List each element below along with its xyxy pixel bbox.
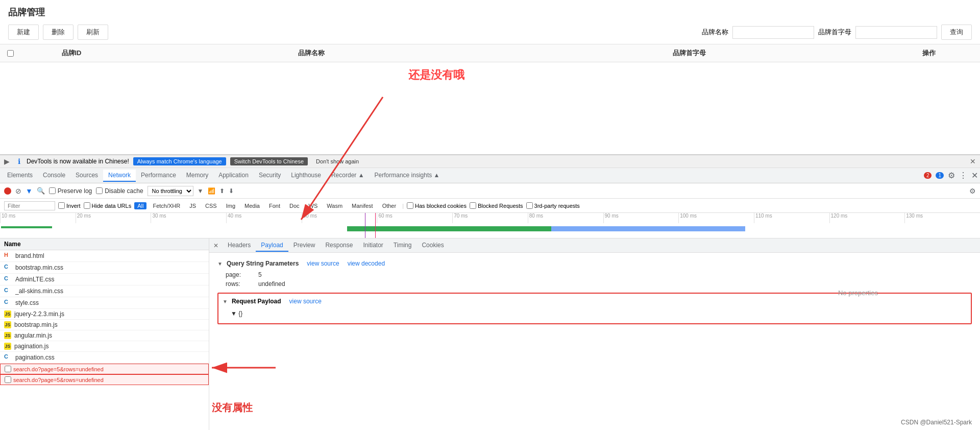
error-item-1-checkbox[interactable] xyxy=(5,366,11,372)
tab-performance[interactable]: Performance xyxy=(136,170,181,182)
filter-icon[interactable]: ▼ xyxy=(26,187,33,195)
purple-vline xyxy=(365,213,365,238)
list-item[interactable]: JS bootstrap.min.js xyxy=(0,320,209,330)
stop-icon[interactable]: ⊘ xyxy=(15,187,21,195)
tick-40ms: 40 ms xyxy=(226,213,302,223)
info-icon: ℹ xyxy=(18,157,20,165)
invert-label: Invert xyxy=(66,203,81,209)
tab-memory[interactable]: Memory xyxy=(181,170,213,182)
filter-bar: Invert Hide data URLs All Fetch/XHR JS C… xyxy=(0,199,980,213)
third-party-label[interactable]: 3rd-party requests xyxy=(526,202,580,209)
detail-tab-headers[interactable]: Headers xyxy=(223,240,256,252)
query-button[interactable]: 查询 xyxy=(941,25,972,40)
file-name-adminlte: AdminLTE.css xyxy=(15,276,54,283)
blocked-req-checkbox[interactable] xyxy=(470,202,476,209)
has-blocked-checkbox[interactable] xyxy=(407,202,413,209)
chip-wasm[interactable]: Wasm xyxy=(324,202,346,209)
list-item[interactable]: C bootstrap.min.css xyxy=(0,262,209,274)
tab-recorder[interactable]: Recorder ▲ xyxy=(326,170,370,182)
chip-css[interactable]: CSS xyxy=(202,202,220,209)
download-icon[interactable]: ⬇ xyxy=(229,187,234,195)
preserve-log-checkbox[interactable] xyxy=(49,187,56,194)
chip-font[interactable]: Font xyxy=(266,202,283,209)
list-item-error-1[interactable]: search.do?page=5&rows=undefined xyxy=(0,364,209,374)
devtools-minimize-icon[interactable]: ▶ xyxy=(4,157,10,165)
query-string-section[interactable]: ▼ Query String Parameters view source vi… xyxy=(217,257,972,270)
payload-view-source-link[interactable]: view source xyxy=(289,298,322,305)
settings-icon[interactable]: ⚙ xyxy=(948,171,955,180)
tab-console[interactable]: Console xyxy=(38,170,70,182)
list-item[interactable]: C AdminLTE.css xyxy=(0,274,209,285)
refresh-button[interactable]: 刷新 xyxy=(78,25,108,40)
tab-application[interactable]: Application xyxy=(213,170,254,182)
tick-120ms: 120 ms xyxy=(829,213,905,223)
chip-media[interactable]: Media xyxy=(241,202,263,209)
list-item[interactable]: JS jquery-2.2.3.min.js xyxy=(0,309,209,320)
invert-checkbox-label[interactable]: Invert xyxy=(58,202,81,209)
search-initial-input[interactable] xyxy=(855,26,937,39)
hide-data-urls-label[interactable]: Hide data URLs xyxy=(84,202,132,209)
detail-tab-close[interactable]: ✕ xyxy=(213,242,218,249)
disable-cache-checkbox[interactable] xyxy=(96,187,103,194)
search-icon[interactable]: 🔍 xyxy=(37,187,45,195)
view-decoded-link[interactable]: view decoded xyxy=(348,260,385,267)
match-language-button[interactable]: Always match Chrome's language xyxy=(133,157,226,165)
chip-doc[interactable]: Doc xyxy=(286,202,303,209)
switch-chinese-button[interactable]: Switch DevTools to Chinese xyxy=(230,157,308,165)
list-item[interactable]: JS angular.min.js xyxy=(0,330,209,341)
third-party-checkbox[interactable] xyxy=(526,202,533,209)
close-devtools-icon[interactable]: ✕ xyxy=(971,171,978,180)
hide-data-urls-checkbox[interactable] xyxy=(84,202,90,209)
filter-input[interactable] xyxy=(4,201,55,210)
tab-network[interactable]: Network xyxy=(103,170,136,182)
chip-all[interactable]: All xyxy=(134,202,146,209)
network-toolbar: ⊘ ▼ 🔍 Preserve log Disable cache No thro… xyxy=(0,183,980,199)
blocked-req-label[interactable]: Blocked Requests xyxy=(470,202,523,209)
list-item[interactable]: H brand.html xyxy=(0,250,209,262)
detail-tab-response[interactable]: Response xyxy=(320,240,358,252)
list-item[interactable]: JS pagination.js xyxy=(0,341,209,352)
detail-tab-cookies[interactable]: Cookies xyxy=(416,240,449,252)
upload-icon[interactable]: ⬆ xyxy=(219,187,225,195)
tick-20ms: 20 ms xyxy=(76,213,151,223)
more-icon[interactable]: ⋮ xyxy=(959,171,967,180)
search-name-input[interactable] xyxy=(732,26,814,39)
detail-tab-payload[interactable]: Payload xyxy=(256,240,288,252)
record-button[interactable] xyxy=(4,187,11,195)
chip-ws[interactable]: WS xyxy=(306,202,321,209)
chip-img[interactable]: Img xyxy=(223,202,238,209)
preserve-log-label[interactable]: Preserve log xyxy=(49,187,92,195)
dont-show-button[interactable]: Don't show again xyxy=(312,157,363,165)
new-button[interactable]: 新建 xyxy=(8,25,39,40)
tab-elements[interactable]: Elements xyxy=(2,170,38,182)
detail-tab-bar: ✕ Headers Payload Preview Response Initi… xyxy=(209,238,980,253)
chip-fetch-xhr[interactable]: Fetch/XHR xyxy=(150,202,183,209)
col-action: 操作 xyxy=(878,49,980,58)
network-gear-icon[interactable]: ⚙ xyxy=(969,187,976,195)
detail-tab-preview[interactable]: Preview xyxy=(288,240,321,252)
chip-other[interactable]: Other xyxy=(379,202,400,209)
view-source-link[interactable]: view source xyxy=(307,260,339,267)
throttle-select[interactable]: No throttling xyxy=(148,186,193,196)
chip-manifest[interactable]: Manifest xyxy=(349,202,376,209)
error-item-2-checkbox[interactable] xyxy=(5,376,11,383)
lang-bar-close-icon[interactable]: ✕ xyxy=(970,157,976,165)
invert-checkbox[interactable] xyxy=(58,202,65,209)
tab-security[interactable]: Security xyxy=(254,170,286,182)
select-all-checkbox[interactable] xyxy=(7,50,14,57)
chip-js[interactable]: JS xyxy=(186,202,199,209)
list-item[interactable]: C style.css xyxy=(0,297,209,309)
tab-performance-insights[interactable]: Performance insights ▲ xyxy=(370,170,445,182)
tick-100ms: 100 ms xyxy=(678,213,754,223)
disable-cache-label[interactable]: Disable cache xyxy=(96,187,143,195)
list-item[interactable]: C pagination.css xyxy=(0,352,209,364)
detail-tab-initiator[interactable]: Initiator xyxy=(358,240,388,252)
tab-sources[interactable]: Sources xyxy=(70,170,103,182)
detail-tab-timing[interactable]: Timing xyxy=(388,240,417,252)
list-item-error-2[interactable]: search.do?page=5&rows=undefined xyxy=(0,374,209,385)
name-col-label: Name xyxy=(4,241,21,248)
list-item[interactable]: C _all-skins.min.css xyxy=(0,285,209,297)
tab-lighthouse[interactable]: Lighthouse xyxy=(286,170,326,182)
delete-button[interactable]: 删除 xyxy=(43,25,74,40)
has-blocked-label[interactable]: Has blocked cookies xyxy=(407,202,467,209)
